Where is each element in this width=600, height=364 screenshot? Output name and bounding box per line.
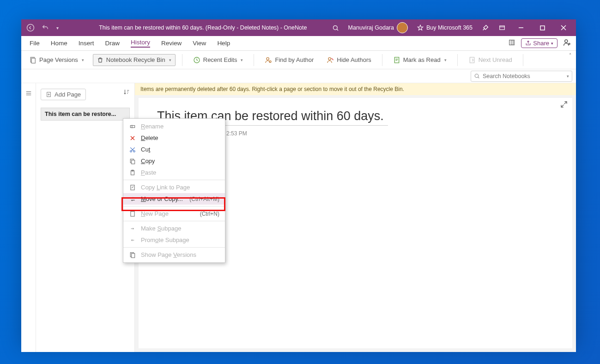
tab-insert[interactable]: Insert [73,36,100,51]
paste-icon [129,170,136,176]
svg-rect-27 [131,211,134,216]
page-list-item[interactable]: This item can be restore... [41,108,130,121]
svg-point-1 [333,25,337,30]
menu-cut[interactable]: Cut [123,144,225,155]
menu-copy[interactable]: Copy [123,155,225,167]
back-button[interactable] [23,19,38,36]
cut-icon [129,146,136,153]
next-unread-icon [468,56,476,64]
buy-microsoft365[interactable]: Buy Microsoft 365 [412,19,477,36]
add-page-button[interactable]: Add Page [41,89,86,100]
page-panel: Add Page This item can be restore... [36,83,135,352]
quick-access-more[interactable]: ▾ [53,19,62,36]
menu-show-versions: Show Page Versions [123,249,225,261]
workarea: Add Page This item can be restore... Ite… [21,83,576,352]
menu-delete[interactable]: Delete [123,132,225,144]
search-button-title[interactable] [327,19,344,36]
svg-point-13 [269,61,271,62]
tab-home[interactable]: Home [45,36,73,51]
comments-icon[interactable] [561,36,573,50]
maximize-button[interactable] [532,19,553,36]
menu-make-subpage: Make Subpage [123,223,225,234]
find-by-author-button[interactable]: Find by Author [261,54,318,66]
search-placeholder: Search Notebooks [483,73,530,79]
tab-help[interactable]: Help [212,36,236,51]
hide-authors-icon [327,56,334,64]
hide-authors-button[interactable]: Hide Authors [322,54,375,66]
undo-button[interactable] [38,19,53,36]
svg-rect-19 [130,125,134,127]
collapse-ribbon-button[interactable]: ˄ [567,51,573,60]
page-versions-button[interactable]: Page Versions▾ [25,54,88,66]
move-icon [129,196,136,202]
clock-icon [193,56,200,64]
tab-view[interactable]: View [187,36,212,51]
hamburger-icon[interactable] [21,87,36,100]
ribbon: Page Versions▾ Notebook Recycle Bin▾ Rec… [21,51,576,69]
delete-icon [129,135,136,141]
tab-history[interactable]: History [125,36,156,51]
link-icon [129,184,136,191]
rename-icon [129,123,136,130]
menu-new-page: New Page (Ctrl+N) [123,208,225,219]
search-row: Search Notebooks ▾ [21,69,576,83]
page-versions-icon [29,56,36,64]
close-button[interactable] [553,19,574,36]
account-name[interactable]: Manuviraj Godara [344,19,412,36]
context-menu: RRenameename Delete Cut Copy Paste Copy … [123,118,225,263]
coming-soon-icon[interactable] [477,19,494,36]
copy-icon [129,158,136,164]
svg-rect-29 [132,253,135,257]
tab-draw[interactable]: Draw [100,36,126,51]
indent-left-icon [129,238,136,243]
svg-point-7 [565,40,568,42]
svg-point-12 [267,57,269,60]
svg-point-14 [328,57,331,60]
tab-review[interactable]: Review [156,36,187,51]
info-banner: Items are permanently deleted after 60 d… [135,83,576,95]
svg-point-17 [475,74,479,78]
svg-rect-10 [31,58,35,63]
expand-icon[interactable] [560,101,568,110]
menu-promote-subpage: Promote Subpage [123,234,225,246]
ribbon-mode-icon[interactable] [494,19,510,36]
new-page-icon [129,211,136,217]
nav-rail [21,83,36,352]
svg-rect-2 [500,26,505,30]
recent-edits-button[interactable]: Recent Edits▾ [189,54,248,66]
svg-rect-4 [540,26,545,30]
notes-pane-icon[interactable] [506,37,517,49]
sort-icon[interactable] [123,89,130,97]
trash-icon [97,56,103,64]
share-button[interactable]: Share▾ [521,38,558,48]
menu-paste: Paste [123,167,225,178]
versions-icon [129,252,136,258]
window-title: This item can be restored within 60 days… [79,24,327,31]
mark-read-icon [393,56,400,64]
menu-move-or-copy[interactable]: Move or Copy... (Ctrl+Alt+M) [123,193,225,205]
minimize-button[interactable] [510,19,532,36]
app-window: ▾ This item can be restored within 60 da… [21,19,576,344]
tab-file[interactable]: File [24,36,45,51]
indent-right-icon [129,226,136,231]
svg-rect-23 [132,160,135,164]
next-unread-button: Next Unread [464,54,516,66]
menu-rename: RRenameename [123,121,225,132]
notebook-recycle-bin-button[interactable]: Notebook Recycle Bin▾ [93,54,176,66]
chevron-down-icon: ▾ [567,74,569,79]
svg-point-0 [27,24,34,31]
mark-as-read-button[interactable]: Mark as Read▾ [389,54,451,66]
titlebar: ▾ This item can be restored within 60 da… [21,19,576,36]
svg-point-8 [569,43,570,45]
menu-copy-link: Copy Link to Page [123,182,225,193]
page-timestamp: 2:53 PM [226,130,554,137]
search-input[interactable]: Search Notebooks ▾ [471,71,572,82]
menubar: File Home Insert Draw History Review Vie… [21,36,576,51]
avatar [397,22,408,33]
person-search-icon [265,56,272,64]
